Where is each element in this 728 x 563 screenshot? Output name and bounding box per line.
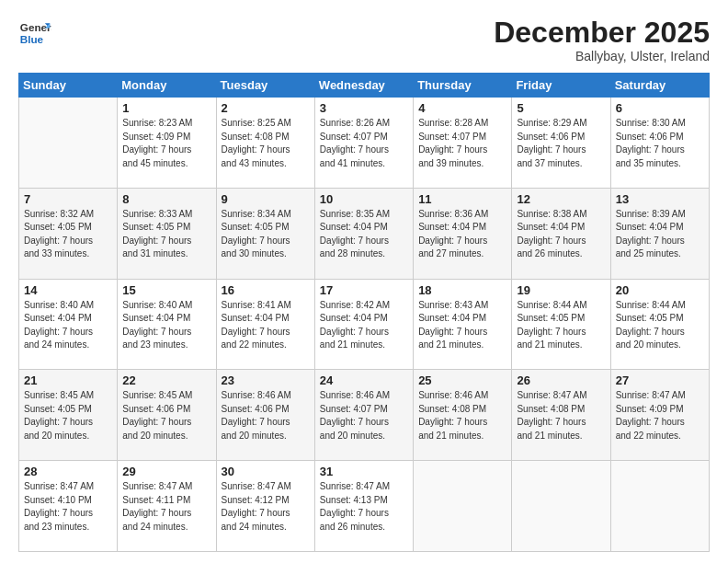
calendar-header-sunday: Sunday <box>19 74 118 98</box>
calendar-cell: 17Sunrise: 8:42 AM Sunset: 4:04 PM Dayli… <box>314 279 413 370</box>
day-number: 17 <box>320 283 408 297</box>
header: General Blue December 2025 Ballybay, Uls… <box>18 17 710 63</box>
day-number: 16 <box>222 283 310 297</box>
day-number: 25 <box>418 373 506 387</box>
calendar-cell: 9Sunrise: 8:34 AM Sunset: 4:05 PM Daylig… <box>216 188 314 279</box>
calendar-cell: 13Sunrise: 8:39 AM Sunset: 4:04 PM Dayli… <box>610 188 709 279</box>
day-number: 18 <box>418 283 506 297</box>
calendar-cell: 30Sunrise: 8:47 AM Sunset: 4:12 PM Dayli… <box>216 461 314 552</box>
day-number: 21 <box>24 373 112 387</box>
day-info: Sunrise: 8:29 AM Sunset: 4:06 PM Dayligh… <box>517 117 605 170</box>
day-number: 6 <box>616 101 704 115</box>
day-info: Sunrise: 8:40 AM Sunset: 4:04 PM Dayligh… <box>122 299 210 352</box>
calendar-header-wednesday: Wednesday <box>314 74 413 98</box>
calendar-cell: 14Sunrise: 8:40 AM Sunset: 4:04 PM Dayli… <box>19 279 118 370</box>
calendar-cell: 18Sunrise: 8:43 AM Sunset: 4:04 PM Dayli… <box>414 279 512 370</box>
day-info: Sunrise: 8:32 AM Sunset: 4:05 PM Dayligh… <box>24 208 112 261</box>
month-title: December 2025 <box>494 17 710 49</box>
calendar-cell: 26Sunrise: 8:47 AM Sunset: 4:08 PM Dayli… <box>512 370 610 461</box>
calendar-table: SundayMondayTuesdayWednesdayThursdayFrid… <box>18 73 710 552</box>
calendar-cell: 24Sunrise: 8:46 AM Sunset: 4:07 PM Dayli… <box>314 370 413 461</box>
calendar-cell: 6Sunrise: 8:30 AM Sunset: 4:06 PM Daylig… <box>610 98 709 189</box>
day-info: Sunrise: 8:34 AM Sunset: 4:05 PM Dayligh… <box>222 208 310 261</box>
calendar-cell: 4Sunrise: 8:28 AM Sunset: 4:07 PM Daylig… <box>414 98 512 189</box>
day-info: Sunrise: 8:25 AM Sunset: 4:08 PM Dayligh… <box>222 117 310 170</box>
calendar-cell: 5Sunrise: 8:29 AM Sunset: 4:06 PM Daylig… <box>512 98 610 189</box>
day-info: Sunrise: 8:35 AM Sunset: 4:04 PM Dayligh… <box>320 208 408 261</box>
calendar-header-row: SundayMondayTuesdayWednesdayThursdayFrid… <box>19 74 710 98</box>
location-subtitle: Ballybay, Ulster, Ireland <box>494 49 710 63</box>
title-block: December 2025 Ballybay, Ulster, Ireland <box>494 17 710 63</box>
calendar-header-saturday: Saturday <box>610 74 709 98</box>
day-number: 29 <box>122 465 210 478</box>
day-number: 3 <box>320 101 408 115</box>
day-info: Sunrise: 8:47 AM Sunset: 4:09 PM Dayligh… <box>616 389 704 442</box>
day-info: Sunrise: 8:36 AM Sunset: 4:04 PM Dayligh… <box>418 208 506 261</box>
day-number: 26 <box>517 373 605 387</box>
calendar-cell: 15Sunrise: 8:40 AM Sunset: 4:04 PM Dayli… <box>118 279 216 370</box>
day-info: Sunrise: 8:47 AM Sunset: 4:11 PM Dayligh… <box>122 480 210 534</box>
day-number: 28 <box>24 465 112 478</box>
day-info: Sunrise: 8:42 AM Sunset: 4:04 PM Dayligh… <box>320 299 408 352</box>
day-number: 10 <box>320 192 408 206</box>
day-number: 14 <box>24 283 112 297</box>
calendar-cell: 12Sunrise: 8:38 AM Sunset: 4:04 PM Dayli… <box>512 188 610 279</box>
calendar-cell: 27Sunrise: 8:47 AM Sunset: 4:09 PM Dayli… <box>610 370 709 461</box>
day-info: Sunrise: 8:47 AM Sunset: 4:13 PM Dayligh… <box>320 480 408 534</box>
day-number: 22 <box>122 373 210 387</box>
day-info: Sunrise: 8:33 AM Sunset: 4:05 PM Dayligh… <box>122 208 210 261</box>
day-info: Sunrise: 8:47 AM Sunset: 4:08 PM Dayligh… <box>517 389 605 442</box>
calendar-cell: 22Sunrise: 8:45 AM Sunset: 4:06 PM Dayli… <box>118 370 216 461</box>
calendar-cell: 7Sunrise: 8:32 AM Sunset: 4:05 PM Daylig… <box>19 188 118 279</box>
calendar-cell: 11Sunrise: 8:36 AM Sunset: 4:04 PM Dayli… <box>414 188 512 279</box>
day-number: 15 <box>122 283 210 297</box>
day-info: Sunrise: 8:26 AM Sunset: 4:07 PM Dayligh… <box>320 117 408 170</box>
calendar-cell: 31Sunrise: 8:47 AM Sunset: 4:13 PM Dayli… <box>314 461 413 552</box>
calendar-cell: 16Sunrise: 8:41 AM Sunset: 4:04 PM Dayli… <box>216 279 314 370</box>
day-number: 2 <box>222 101 310 115</box>
day-number: 30 <box>222 465 310 478</box>
day-info: Sunrise: 8:45 AM Sunset: 4:06 PM Dayligh… <box>122 389 210 442</box>
calendar-cell: 29Sunrise: 8:47 AM Sunset: 4:11 PM Dayli… <box>118 461 216 552</box>
calendar-cell <box>512 461 610 552</box>
day-info: Sunrise: 8:44 AM Sunset: 4:05 PM Dayligh… <box>616 299 704 352</box>
day-number: 12 <box>517 192 605 206</box>
day-number: 4 <box>418 101 506 115</box>
calendar-cell <box>414 461 512 552</box>
calendar-cell: 10Sunrise: 8:35 AM Sunset: 4:04 PM Dayli… <box>314 188 413 279</box>
day-info: Sunrise: 8:43 AM Sunset: 4:04 PM Dayligh… <box>418 299 506 352</box>
day-number: 31 <box>320 465 408 478</box>
day-info: Sunrise: 8:45 AM Sunset: 4:05 PM Dayligh… <box>24 389 112 442</box>
day-number: 8 <box>122 192 210 206</box>
day-info: Sunrise: 8:46 AM Sunset: 4:06 PM Dayligh… <box>222 389 310 442</box>
calendar-week-5: 28Sunrise: 8:47 AM Sunset: 4:10 PM Dayli… <box>19 461 710 552</box>
day-number: 13 <box>616 192 704 206</box>
calendar-header-tuesday: Tuesday <box>216 74 314 98</box>
calendar-cell: 20Sunrise: 8:44 AM Sunset: 4:05 PM Dayli… <box>610 279 709 370</box>
day-info: Sunrise: 8:39 AM Sunset: 4:04 PM Dayligh… <box>616 208 704 261</box>
calendar-cell: 2Sunrise: 8:25 AM Sunset: 4:08 PM Daylig… <box>216 98 314 189</box>
day-number: 20 <box>616 283 704 297</box>
calendar-cell: 23Sunrise: 8:46 AM Sunset: 4:06 PM Dayli… <box>216 370 314 461</box>
calendar-cell: 19Sunrise: 8:44 AM Sunset: 4:05 PM Dayli… <box>512 279 610 370</box>
calendar-cell: 25Sunrise: 8:46 AM Sunset: 4:08 PM Dayli… <box>414 370 512 461</box>
calendar-week-4: 21Sunrise: 8:45 AM Sunset: 4:05 PM Dayli… <box>19 370 710 461</box>
calendar-cell <box>610 461 709 552</box>
day-info: Sunrise: 8:40 AM Sunset: 4:04 PM Dayligh… <box>24 299 112 352</box>
calendar-header-thursday: Thursday <box>414 74 512 98</box>
day-number: 5 <box>517 101 605 115</box>
day-info: Sunrise: 8:38 AM Sunset: 4:04 PM Dayligh… <box>517 208 605 261</box>
day-info: Sunrise: 8:41 AM Sunset: 4:04 PM Dayligh… <box>222 299 310 352</box>
day-info: Sunrise: 8:47 AM Sunset: 4:12 PM Dayligh… <box>222 480 310 534</box>
day-number: 11 <box>418 192 506 206</box>
calendar-cell: 8Sunrise: 8:33 AM Sunset: 4:05 PM Daylig… <box>118 188 216 279</box>
day-info: Sunrise: 8:46 AM Sunset: 4:08 PM Dayligh… <box>418 389 506 442</box>
logo-icon: General Blue <box>18 17 51 50</box>
day-number: 23 <box>222 373 310 387</box>
calendar-header-monday: Monday <box>118 74 216 98</box>
calendar-cell: 3Sunrise: 8:26 AM Sunset: 4:07 PM Daylig… <box>314 98 413 189</box>
calendar-cell: 28Sunrise: 8:47 AM Sunset: 4:10 PM Dayli… <box>19 461 118 552</box>
day-number: 9 <box>222 192 310 206</box>
day-info: Sunrise: 8:28 AM Sunset: 4:07 PM Dayligh… <box>418 117 506 170</box>
calendar-week-2: 7Sunrise: 8:32 AM Sunset: 4:05 PM Daylig… <box>19 188 710 279</box>
